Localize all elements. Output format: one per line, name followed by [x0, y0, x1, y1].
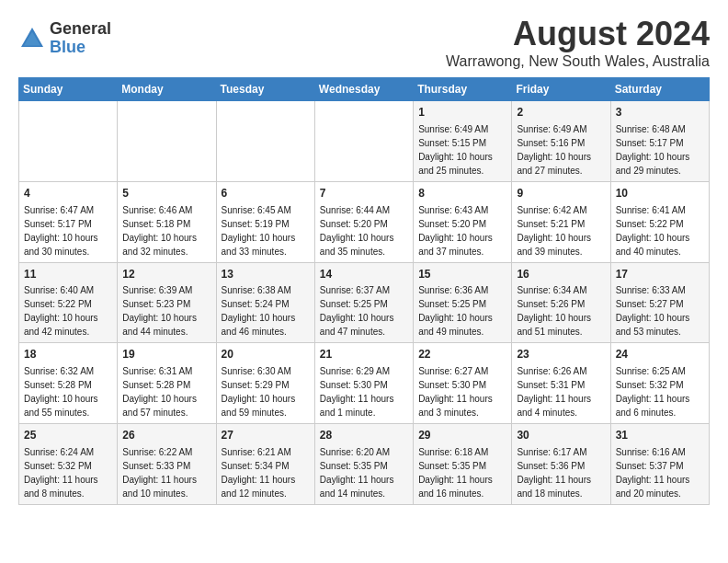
daylight-text: Daylight: 11 hours and 20 minutes. [616, 475, 690, 499]
sunset-text: Sunset: 5:36 PM [517, 461, 585, 471]
sunset-text: Sunset: 5:18 PM [122, 219, 190, 229]
day-number: 5 [122, 186, 210, 201]
sunset-text: Sunset: 5:28 PM [122, 380, 190, 390]
day-header-saturday: Saturday [610, 78, 709, 101]
logo-general-text: General [50, 20, 111, 39]
daylight-text: Daylight: 10 hours and 44 minutes. [122, 313, 197, 337]
calendar-cell: 14Sunrise: 6:37 AMSunset: 5:25 PMDayligh… [314, 262, 413, 343]
daylight-text: Daylight: 10 hours and 29 minutes. [616, 152, 690, 176]
daylight-text: Daylight: 11 hours and 16 minutes. [418, 475, 493, 499]
cell-content: Sunrise: 6:38 AMSunset: 5:24 PMDaylight:… [222, 283, 310, 339]
calendar-cell: 11Sunrise: 6:40 AMSunset: 5:22 PMDayligh… [19, 262, 118, 343]
calendar-cell: 31Sunrise: 6:16 AMSunset: 5:37 PMDayligh… [610, 424, 709, 505]
daylight-text: Daylight: 10 hours and 49 minutes. [418, 313, 493, 337]
calendar-cell: 16Sunrise: 6:34 AMSunset: 5:26 PMDayligh… [512, 262, 610, 343]
calendar-week: 1Sunrise: 6:49 AMSunset: 5:15 PMDaylight… [19, 101, 710, 182]
cell-content: Sunrise: 6:34 AMSunset: 5:26 PMDaylight:… [517, 283, 605, 339]
sunrise-text: Sunrise: 6:45 AM [222, 205, 291, 215]
calendar-cell: 6Sunrise: 6:45 AMSunset: 5:19 PMDaylight… [216, 181, 314, 262]
sunset-text: Sunset: 5:34 PM [222, 461, 290, 471]
cell-content: Sunrise: 6:31 AMSunset: 5:28 PMDaylight:… [122, 364, 210, 419]
calendar-cell: 30Sunrise: 6:17 AMSunset: 5:36 PMDayligh… [512, 424, 610, 505]
day-header-friday: Friday [512, 78, 610, 101]
cell-content: Sunrise: 6:44 AMSunset: 5:20 PMDaylight:… [320, 203, 408, 259]
cell-content: Sunrise: 6:49 AMSunset: 5:16 PMDaylight:… [517, 122, 605, 178]
daylight-text: Daylight: 11 hours and 18 minutes. [517, 475, 591, 499]
sunset-text: Sunset: 5:28 PM [24, 380, 92, 390]
calendar-cell: 9Sunrise: 6:42 AMSunset: 5:21 PMDaylight… [512, 181, 610, 262]
sunrise-text: Sunrise: 6:26 AM [517, 366, 586, 376]
cell-content: Sunrise: 6:40 AMSunset: 5:22 PMDaylight:… [24, 283, 112, 339]
calendar-cell: 1Sunrise: 6:49 AMSunset: 5:15 PMDaylight… [414, 101, 512, 182]
cell-content: Sunrise: 6:49 AMSunset: 5:15 PMDaylight:… [418, 122, 506, 178]
daylight-text: Daylight: 10 hours and 51 minutes. [517, 313, 591, 337]
calendar-cell: 12Sunrise: 6:39 AMSunset: 5:23 PMDayligh… [118, 262, 216, 343]
calendar-cell: 5Sunrise: 6:46 AMSunset: 5:18 PMDaylight… [118, 181, 216, 262]
day-number: 2 [517, 105, 605, 121]
sunrise-text: Sunrise: 6:40 AM [24, 285, 94, 295]
sunset-text: Sunset: 5:33 PM [122, 461, 190, 471]
calendar-cell: 4Sunrise: 6:47 AMSunset: 5:17 PMDaylight… [19, 181, 118, 262]
sunrise-text: Sunrise: 6:41 AM [616, 205, 686, 215]
calendar-cell: 20Sunrise: 6:30 AMSunset: 5:29 PMDayligh… [216, 343, 314, 424]
calendar-week: 25Sunrise: 6:24 AMSunset: 5:32 PMDayligh… [19, 424, 710, 505]
calendar-cell: 27Sunrise: 6:21 AMSunset: 5:34 PMDayligh… [216, 424, 314, 505]
calendar-cell: 29Sunrise: 6:18 AMSunset: 5:35 PMDayligh… [414, 424, 512, 505]
daylight-text: Daylight: 10 hours and 59 minutes. [222, 394, 296, 418]
daylight-text: Daylight: 11 hours and 10 minutes. [122, 475, 197, 499]
cell-content: Sunrise: 6:32 AMSunset: 5:28 PMDaylight:… [24, 364, 112, 419]
cell-content: Sunrise: 6:21 AMSunset: 5:34 PMDaylight:… [222, 445, 310, 500]
daylight-text: Daylight: 10 hours and 39 minutes. [517, 233, 591, 257]
sunrise-text: Sunrise: 6:24 AM [24, 447, 94, 457]
cell-content: Sunrise: 6:17 AMSunset: 5:36 PMDaylight:… [517, 445, 605, 500]
day-number: 21 [320, 347, 408, 362]
day-number: 14 [320, 267, 408, 282]
sunset-text: Sunset: 5:20 PM [418, 219, 486, 229]
calendar-week: 18Sunrise: 6:32 AMSunset: 5:28 PMDayligh… [19, 343, 710, 424]
daylight-text: Daylight: 10 hours and 42 minutes. [24, 313, 98, 337]
daylight-text: Daylight: 11 hours and 1 minute. [320, 394, 394, 418]
day-number: 11 [24, 267, 112, 282]
cell-content: Sunrise: 6:20 AMSunset: 5:35 PMDaylight:… [320, 445, 408, 500]
day-number: 30 [517, 428, 605, 443]
sunrise-text: Sunrise: 6:31 AM [122, 366, 192, 376]
daylight-text: Daylight: 11 hours and 12 minutes. [222, 475, 296, 499]
sunrise-text: Sunrise: 6:25 AM [616, 366, 686, 376]
daylight-text: Daylight: 11 hours and 6 minutes. [616, 394, 690, 418]
day-number: 23 [517, 347, 605, 362]
calendar-cell: 15Sunrise: 6:36 AMSunset: 5:25 PMDayligh… [414, 262, 512, 343]
sunset-text: Sunset: 5:15 PM [418, 138, 486, 148]
cell-content: Sunrise: 6:22 AMSunset: 5:33 PMDaylight:… [122, 445, 210, 500]
day-number: 15 [418, 267, 506, 282]
daylight-text: Daylight: 10 hours and 46 minutes. [222, 313, 296, 337]
day-number: 13 [222, 267, 310, 282]
sunrise-text: Sunrise: 6:49 AM [418, 124, 488, 134]
sunset-text: Sunset: 5:23 PM [122, 299, 190, 309]
month-title: August 2024 [446, 15, 710, 53]
sunset-text: Sunset: 5:30 PM [418, 380, 486, 390]
sunrise-text: Sunrise: 6:49 AM [517, 124, 586, 134]
calendar-cell: 17Sunrise: 6:33 AMSunset: 5:27 PMDayligh… [610, 262, 709, 343]
daylight-text: Daylight: 10 hours and 35 minutes. [320, 233, 394, 257]
sunrise-text: Sunrise: 6:16 AM [616, 447, 686, 457]
sunrise-text: Sunrise: 6:47 AM [24, 205, 94, 215]
sunrise-text: Sunrise: 6:44 AM [320, 205, 390, 215]
cell-content: Sunrise: 6:43 AMSunset: 5:20 PMDaylight:… [418, 203, 506, 259]
day-number: 10 [616, 186, 704, 201]
calendar-week: 11Sunrise: 6:40 AMSunset: 5:22 PMDayligh… [19, 262, 710, 343]
calendar-cell: 25Sunrise: 6:24 AMSunset: 5:32 PMDayligh… [19, 424, 118, 505]
cell-content: Sunrise: 6:42 AMSunset: 5:21 PMDaylight:… [517, 203, 605, 259]
cell-content: Sunrise: 6:25 AMSunset: 5:32 PMDaylight:… [616, 364, 704, 419]
daylight-text: Daylight: 10 hours and 55 minutes. [24, 394, 98, 418]
cell-content: Sunrise: 6:46 AMSunset: 5:18 PMDaylight:… [122, 203, 210, 259]
sunset-text: Sunset: 5:25 PM [320, 299, 388, 309]
daylight-text: Daylight: 10 hours and 32 minutes. [122, 233, 197, 257]
calendar-cell: 18Sunrise: 6:32 AMSunset: 5:28 PMDayligh… [19, 343, 118, 424]
day-number: 28 [320, 428, 408, 443]
logo: General Blue [18, 20, 111, 57]
calendar-cell [19, 101, 118, 182]
day-number: 26 [122, 428, 210, 443]
sunset-text: Sunset: 5:35 PM [418, 461, 486, 471]
sunrise-text: Sunrise: 6:43 AM [418, 205, 488, 215]
sunset-text: Sunset: 5:25 PM [418, 299, 486, 309]
